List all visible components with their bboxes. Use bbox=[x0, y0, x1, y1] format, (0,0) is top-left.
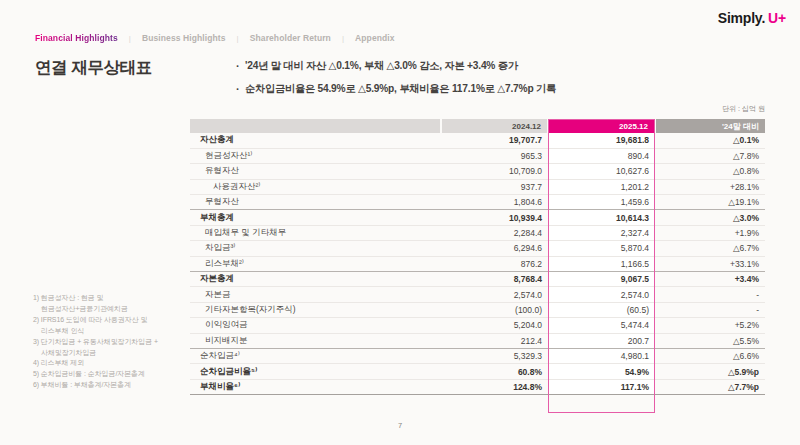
value-2024: 937.7 bbox=[441, 179, 548, 194]
value-delta: +33.1% bbox=[655, 256, 765, 271]
footnotes: 1) 현금성자산 : 현금 및현금성자산+금융기관예치금2) IFRS16 도입… bbox=[33, 293, 191, 391]
value-delta: - bbox=[655, 287, 765, 302]
bullet-marker-icon: · bbox=[236, 78, 245, 101]
table-row: 사용권자산²⁾937.71,201.2+28.1% bbox=[190, 179, 765, 194]
slide-nav: Financial Highlights|Business Highlights… bbox=[35, 33, 395, 43]
value-delta: △5.5% bbox=[655, 333, 765, 348]
footnote-line: 현금성자산+금융기관예치금 bbox=[33, 304, 191, 315]
table-row: 차입금³⁾6,294.65,870.4△6.7% bbox=[190, 241, 765, 256]
table-row: 순차입금비율⁵⁾60.8%54.9%△5.9%p bbox=[190, 364, 765, 379]
value-2024: 5,329.3 bbox=[441, 348, 548, 363]
row-label: 사용권자산²⁾ bbox=[190, 179, 441, 194]
value-2024: 19,707.7 bbox=[441, 133, 548, 148]
row-label: 이익잉여금 bbox=[190, 318, 441, 333]
row-label: 현금성자산¹⁾ bbox=[190, 148, 441, 163]
value-delta: +28.1% bbox=[655, 179, 765, 194]
table-row: 자본금2,574.02,574.0- bbox=[190, 287, 765, 302]
value-2025: 2,327.4 bbox=[548, 225, 655, 240]
value-delta: +5.2% bbox=[655, 318, 765, 333]
nav-separator: | bbox=[237, 34, 239, 43]
value-2024: 2,284.4 bbox=[441, 225, 548, 240]
row-label: 자본금 bbox=[190, 287, 441, 302]
bullet-line: ·'24년 말 대비 자산 △0.1%, 부채 △3.0% 감소, 자본 +3.… bbox=[236, 55, 556, 78]
row-label: 부채비율⁶⁾ bbox=[190, 379, 441, 394]
value-delta: +3.4% bbox=[655, 272, 765, 287]
row-label: 리스부채²⁾ bbox=[190, 256, 441, 271]
row-label: 유형자산 bbox=[190, 164, 441, 179]
value-delta: △7.8% bbox=[655, 148, 765, 163]
header-2025-column: 2025.12 bbox=[548, 119, 655, 133]
value-2025: 890.4 bbox=[548, 148, 655, 163]
footnote-line: 5) 순차입금비율 : 순차입금/자본총계 bbox=[33, 369, 191, 380]
logo-uplus-text: U+ bbox=[768, 10, 786, 26]
value-delta: △6.7% bbox=[655, 241, 765, 256]
value-2024: 6,294.6 bbox=[441, 241, 548, 256]
unit-note: 단위 : 십억 원 bbox=[722, 104, 765, 114]
value-2024: 212.4 bbox=[441, 333, 548, 348]
value-2025: 10,627.6 bbox=[548, 164, 655, 179]
value-2025: 10,614.3 bbox=[548, 210, 655, 225]
value-delta: △0.8% bbox=[655, 164, 765, 179]
header-label-column bbox=[190, 119, 441, 133]
footnote-line: 4) 리스부채 제외 bbox=[33, 358, 191, 369]
nav-item-financial-highlights[interactable]: Financial Highlights bbox=[35, 33, 118, 43]
table-row: 매입채무 및 기타채무2,284.42,327.4+1.9% bbox=[190, 225, 765, 240]
table-row: 자산총계19,707.719,681.8△0.1% bbox=[190, 133, 765, 148]
table-row: 리스부채²⁾876.21,166.5+33.1% bbox=[190, 256, 765, 271]
bullet-text: '24년 말 대비 자산 △0.1%, 부채 △3.0% 감소, 자본 +3.4… bbox=[245, 55, 518, 78]
bullet-text: 순차입금비율은 54.9%로 △5.9%p, 부채비율은 117.1%로 △7.… bbox=[245, 78, 556, 101]
row-label: 기타자본항목(자기주식) bbox=[190, 302, 441, 317]
value-2025: 9,067.5 bbox=[548, 272, 655, 287]
footnote-line: 6) 부채비율 : 부채총계/자본총계 bbox=[33, 380, 191, 391]
value-2025: 4,980.1 bbox=[548, 348, 655, 363]
table-row: 부채비율⁶⁾124.8%117.1%△7.7%p bbox=[190, 379, 765, 394]
value-delta: △19.1% bbox=[655, 195, 765, 210]
table-row: 무형자산1,804.61,459.6△19.1% bbox=[190, 195, 765, 210]
table-row: 순차입금⁴⁾5,329.34,980.1△6.6% bbox=[190, 348, 765, 363]
nav-separator: | bbox=[342, 34, 344, 43]
value-2025: 54.9% bbox=[548, 364, 655, 379]
value-delta: △7.7%p bbox=[655, 379, 765, 394]
row-label: 자산총계 bbox=[190, 133, 441, 148]
value-2025: 117.1% bbox=[548, 379, 655, 394]
footnote-line: 리스부채 인식 bbox=[33, 326, 191, 337]
page-number: 7 bbox=[0, 421, 800, 430]
table-row: 기타자본항목(자기주식)(100.0)(60.5)- bbox=[190, 302, 765, 317]
value-2024: 5,204.0 bbox=[441, 318, 548, 333]
table-row: 부채총계10,939.410,614.3△3.0% bbox=[190, 210, 765, 225]
value-2025: 1,201.2 bbox=[548, 179, 655, 194]
value-2025: 1,166.5 bbox=[548, 256, 655, 271]
footnote-line: 1) 현금성자산 : 현금 및 bbox=[33, 293, 191, 304]
value-2024: 965.3 bbox=[441, 148, 548, 163]
page-title: 연결 재무상태표 bbox=[35, 57, 152, 79]
value-2025: 200.7 bbox=[548, 333, 655, 348]
row-label: 매입채무 및 기타채무 bbox=[190, 225, 441, 240]
nav-item-shareholder-return[interactable]: Shareholder Return bbox=[250, 33, 331, 43]
value-2024: 8,768.4 bbox=[441, 272, 548, 287]
header-delta-column: '24말 대비 bbox=[655, 119, 765, 133]
row-label: 비지배지분 bbox=[190, 333, 441, 348]
bullet-marker-icon: · bbox=[236, 55, 245, 78]
logo-simply-text: Simply. bbox=[718, 10, 765, 26]
row-label: 순차입금⁴⁾ bbox=[190, 348, 441, 363]
row-label: 부채총계 bbox=[190, 210, 441, 225]
value-2025: 2,574.0 bbox=[548, 287, 655, 302]
value-2024: 1,804.6 bbox=[441, 195, 548, 210]
table-header-row: 2024.12 2025.12 '24말 대비 bbox=[190, 119, 765, 133]
simply-uplus-logo: Simply.U+ bbox=[718, 10, 786, 26]
value-delta: - bbox=[655, 302, 765, 317]
value-2025: 1,459.6 bbox=[548, 195, 655, 210]
nav-separator: | bbox=[129, 34, 131, 43]
nav-item-appendix[interactable]: Appendix bbox=[355, 33, 395, 43]
header-2024-column: 2024.12 bbox=[441, 119, 548, 133]
value-2025: 5,474.4 bbox=[548, 318, 655, 333]
value-2024: 10,939.4 bbox=[441, 210, 548, 225]
value-2024: 10,709.0 bbox=[441, 164, 548, 179]
nav-item-business-highlights[interactable]: Business Highlights bbox=[142, 33, 226, 43]
value-delta: △5.9%p bbox=[655, 364, 765, 379]
key-message-bullets: ·'24년 말 대비 자산 △0.1%, 부채 △3.0% 감소, 자본 +3.… bbox=[236, 55, 556, 100]
row-label: 무형자산 bbox=[190, 195, 441, 210]
value-2025: 5,870.4 bbox=[548, 241, 655, 256]
balance-sheet-table: 2024.12 2025.12 '24말 대비 자산총계19,707.719,6… bbox=[190, 119, 765, 395]
table-row: 이익잉여금5,204.05,474.4+5.2% bbox=[190, 318, 765, 333]
